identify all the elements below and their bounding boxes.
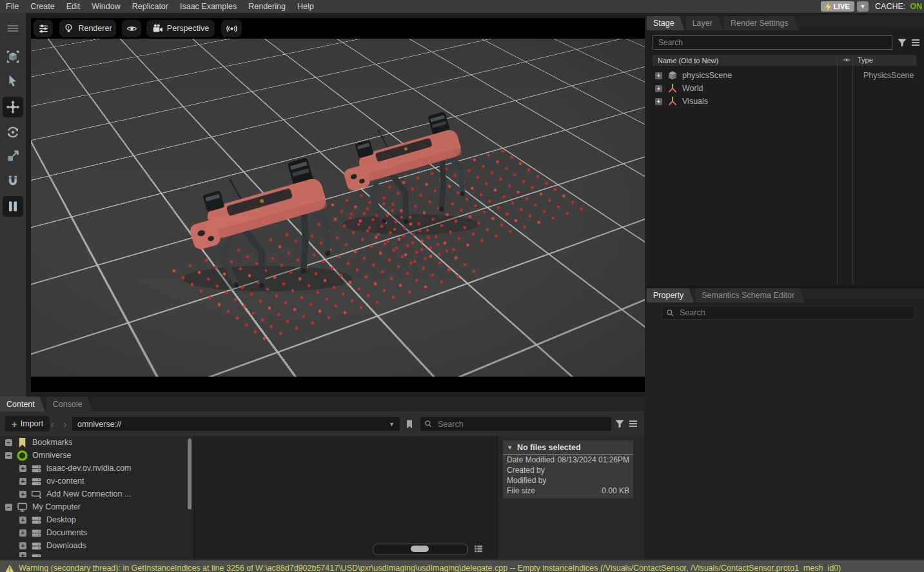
- live-button[interactable]: LIVE: [821, 1, 854, 12]
- view-mode-toggle[interactable]: [473, 544, 484, 554]
- menu-item-window[interactable]: Window: [86, 0, 126, 13]
- property-search-input[interactable]: [678, 308, 910, 318]
- warning-message: Warning (secondary thread): in GetInstan…: [19, 564, 841, 572]
- path-dropdown-icon[interactable]: ▼: [389, 421, 395, 428]
- tab-content[interactable]: Content: [0, 397, 45, 411]
- details-label: File size: [507, 486, 535, 495]
- live-dropdown-button[interactable]: ▼: [857, 1, 869, 12]
- menu-item-edit[interactable]: Edit: [61, 0, 86, 13]
- tree-item-ov-content[interactable]: +ov-content: [0, 475, 193, 488]
- expand-icon[interactable]: +: [655, 98, 662, 105]
- tree-item-omniverse[interactable]: −Omniverse: [0, 449, 193, 462]
- tree-item-documents[interactable]: +Documents: [0, 526, 193, 539]
- path-value: omniverse://: [77, 420, 121, 429]
- expand-icon[interactable]: +: [19, 542, 26, 549]
- content-search[interactable]: [420, 417, 611, 431]
- snap-tool-button[interactable]: [3, 171, 23, 192]
- expand-icon[interactable]: +: [19, 465, 26, 472]
- tree-item-clipped[interactable]: +: [0, 552, 193, 557]
- visibility-column-icon: [842, 56, 851, 64]
- details-header[interactable]: ▼ No files selected: [503, 440, 633, 455]
- tab-semantics-schema-editor[interactable]: Semantics Schema Editor: [695, 288, 805, 302]
- search-icon: [424, 420, 433, 428]
- left-toolbar: [0, 13, 26, 397]
- content-options-button[interactable]: [628, 419, 638, 429]
- menu-item-help[interactable]: Help: [291, 0, 320, 13]
- tab-stage[interactable]: Stage: [647, 16, 685, 30]
- column-type-label: Type: [858, 56, 873, 64]
- expand-icon[interactable]: +: [19, 478, 26, 485]
- tree-item-label: ov-content: [46, 477, 84, 486]
- prim-name-label: physicsScene: [682, 71, 732, 80]
- tree-item-downloads[interactable]: +Downloads: [0, 539, 193, 552]
- stage-filter-button[interactable]: [897, 37, 907, 48]
- stage-search-input[interactable]: [653, 35, 892, 50]
- tree-item-bookmarks[interactable]: −Bookmarks: [0, 436, 193, 449]
- viewport-canvas[interactable]: [31, 39, 645, 377]
- stage-row-physicsScene[interactable]: +physicsScenePhysicsScene: [653, 69, 916, 82]
- collapse-icon[interactable]: −: [5, 439, 12, 446]
- back-button[interactable]: ‹: [46, 416, 58, 431]
- viewport-settings-button[interactable]: [34, 20, 53, 37]
- details-label: Modified by: [507, 476, 546, 485]
- prim-type-label: PhysicsScene: [863, 71, 914, 80]
- tree-item-add-new-connection-[interactable]: +Add New Connection ...: [0, 488, 193, 500]
- warning-icon: [5, 564, 14, 572]
- forward-button[interactable]: ›: [59, 416, 71, 431]
- scale-tool-button[interactable]: [3, 146, 23, 166]
- collapse-icon[interactable]: −: [5, 452, 12, 459]
- import-button[interactable]: + Import: [5, 416, 50, 431]
- import-label: Import: [21, 419, 43, 428]
- xform-icon: [667, 96, 678, 106]
- menu-item-file[interactable]: File: [0, 0, 25, 13]
- expand-icon[interactable]: +: [655, 85, 662, 92]
- drive-icon: [31, 528, 42, 538]
- tab-layer[interactable]: Layer: [686, 16, 723, 30]
- drive-icon: [31, 515, 42, 526]
- menu-item-create[interactable]: Create: [25, 0, 61, 13]
- details-label: Date Modified: [507, 455, 555, 464]
- menu-item-isaac-examples[interactable]: Isaac Examples: [174, 0, 242, 13]
- menu-item-rendering[interactable]: Rendering: [242, 0, 291, 13]
- collapse-icon[interactable]: −: [5, 504, 12, 511]
- tree-item-desktop[interactable]: +Desktop: [0, 513, 193, 526]
- toolbar-handle-icon[interactable]: [3, 18, 23, 39]
- visibility-button[interactable]: [122, 20, 141, 37]
- cache-status-value: ON: [910, 2, 922, 11]
- menu-item-replicator[interactable]: Replicator: [126, 0, 174, 13]
- expand-icon[interactable]: +: [19, 491, 26, 498]
- expand-icon[interactable]: +: [655, 72, 662, 79]
- path-bar[interactable]: omniverse:// ▼: [72, 417, 400, 431]
- file-grid-area[interactable]: [195, 436, 498, 566]
- tab-property[interactable]: Property: [647, 288, 694, 302]
- selection-mode-button[interactable]: [3, 46, 23, 67]
- stage-column-header[interactable]: Name (Old to New) Type: [653, 55, 916, 66]
- rotate-tool-button[interactable]: [3, 122, 23, 143]
- stage-options-button[interactable]: [910, 37, 921, 48]
- audio-button[interactable]: [221, 20, 242, 37]
- stage-row-Visuals[interactable]: +Visuals: [653, 95, 916, 108]
- tree-scrollbar[interactable]: [188, 439, 192, 509]
- filter-icon: [897, 37, 907, 48]
- renderer-dropdown[interactable]: Renderer: [59, 20, 116, 37]
- slider-handle[interactable]: [411, 546, 429, 552]
- select-tool-button[interactable]: [3, 71, 23, 92]
- move-tool-button[interactable]: [3, 97, 23, 117]
- property-search[interactable]: [662, 306, 915, 320]
- tree-item-isaac-dev-ov-nvidia-com[interactable]: +isaac-dev.ov.nvidia.com: [0, 462, 193, 475]
- live-label: LIVE: [833, 3, 850, 10]
- content-filter-button[interactable]: [614, 419, 625, 429]
- expand-icon[interactable]: +: [19, 529, 26, 537]
- tree-item-my-computer[interactable]: −My Computer: [0, 500, 193, 513]
- camera-dropdown[interactable]: Perspective: [146, 20, 215, 37]
- tab-console[interactable]: Console: [46, 397, 93, 411]
- pause-button[interactable]: [3, 196, 23, 217]
- bookmark-button[interactable]: [403, 417, 416, 431]
- stage-row-World[interactable]: +World: [653, 82, 916, 95]
- thumbnail-size-slider[interactable]: [373, 544, 468, 555]
- content-search-input[interactable]: [437, 419, 607, 429]
- expand-icon[interactable]: +: [19, 517, 26, 524]
- isaac-sim-window: FileCreateEditWindowReplicatorIsaac Exam…: [0, 0, 924, 572]
- tab-render-settings[interactable]: Render Settings: [724, 16, 799, 30]
- expand-icon[interactable]: +: [19, 552, 26, 557]
